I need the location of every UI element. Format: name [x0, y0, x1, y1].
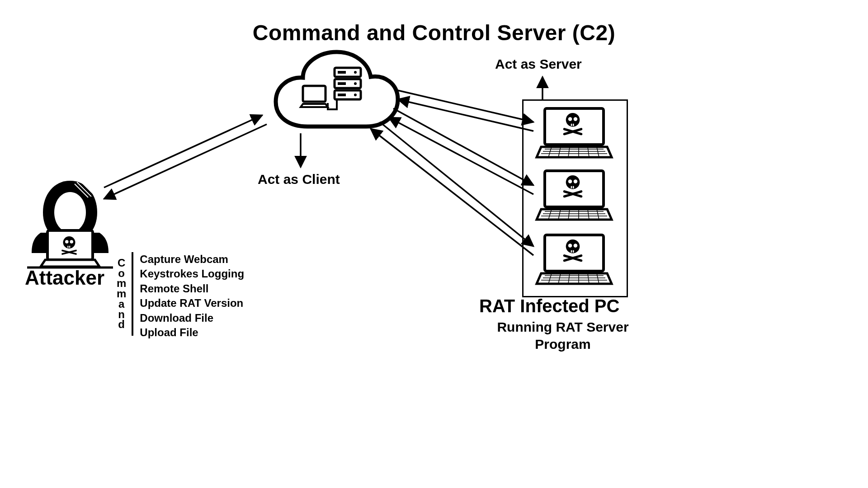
command-list: Capture WebcamKeystrokes LoggingRemote S… — [133, 252, 244, 340]
arrow-pc2-to-c2 — [389, 117, 533, 194]
attacker-icon — [27, 181, 113, 267]
arrow-cloud-to-attacker — [104, 124, 267, 199]
command-item: Download File — [140, 311, 244, 325]
arrow-attacker-to-cloud — [104, 115, 262, 188]
diagram-svg — [0, 0, 868, 488]
svg-rect-19 — [67, 246, 68, 248]
command-item: Keystrokes Logging — [140, 267, 244, 281]
act-as-server-label: Act as Server — [495, 56, 582, 72]
command-vertical-label: Command — [117, 252, 133, 336]
svg-point-18 — [70, 240, 74, 244]
attacker-label: Attacker — [25, 267, 104, 289]
svg-rect-1 — [338, 71, 346, 74]
act-as-client-label: Act as Client — [258, 172, 340, 187]
command-item: Capture Webcam — [140, 252, 244, 267]
infected-title: RAT Infected PC — [479, 296, 619, 316]
infected-pc-group-box — [522, 99, 628, 297]
arrow-pc3-to-c2 — [371, 129, 533, 255]
infected-subtitle: Running RAT Server Program — [495, 319, 631, 352]
arrow-c2-to-pc2 — [393, 108, 533, 185]
command-block: Command Capture WebcamKeystrokes Logging… — [117, 252, 244, 340]
svg-rect-4 — [338, 82, 346, 85]
arrow-c2-to-pc1 — [398, 90, 533, 122]
command-item: Upload File — [140, 325, 244, 340]
arrow-pc1-to-c2 — [398, 99, 533, 131]
svg-rect-20 — [69, 246, 70, 248]
arrow-c2-to-pc3 — [380, 122, 533, 246]
svg-point-17 — [65, 240, 69, 244]
command-item: Remote Shell — [140, 282, 244, 296]
svg-point-5 — [354, 82, 357, 85]
svg-point-2 — [354, 71, 357, 74]
svg-rect-7 — [338, 94, 346, 96]
svg-point-8 — [354, 94, 357, 96]
command-item: Update RAT Version — [140, 296, 244, 310]
cloud-icon — [276, 52, 398, 127]
